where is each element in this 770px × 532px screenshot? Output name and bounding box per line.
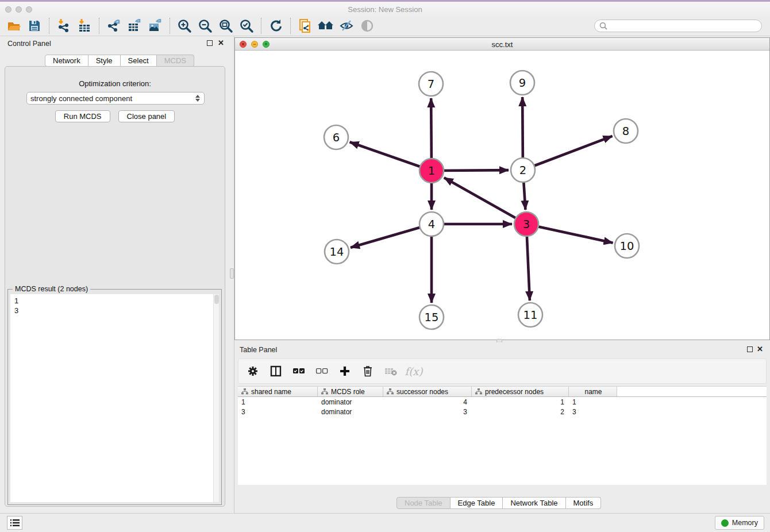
graph-node-9[interactable]: 9	[510, 71, 534, 95]
show-panel-button[interactable]	[357, 17, 378, 35]
splitter-grip[interactable]	[230, 268, 234, 279]
graph-edge-2-8[interactable]	[523, 136, 613, 170]
table-scrollbar[interactable]	[238, 485, 767, 496]
tab-node-table[interactable]: Node Table	[396, 497, 451, 509]
save-session-button[interactable]	[24, 17, 45, 35]
select-all-columns-button[interactable]	[291, 364, 306, 379]
unchecked-boxes-icon	[315, 367, 328, 375]
table-settings-button[interactable]	[245, 364, 260, 379]
node-table[interactable]: shared name MCDS role successor nodes	[238, 386, 767, 485]
workspace: Control Panel ✕ Network Style Select MCD…	[0, 36, 770, 513]
control-panel: Control Panel ✕ Network Style Select MCD…	[0, 36, 230, 513]
mcds-result-area[interactable]: 1 3	[10, 294, 219, 502]
toolbar-separator	[170, 18, 170, 34]
add-column-button[interactable]	[337, 364, 352, 379]
float-panel-icon[interactable]	[207, 40, 213, 46]
memory-button[interactable]: Memory	[715, 516, 764, 530]
export-image-button[interactable]	[145, 17, 165, 35]
close-panel-icon[interactable]: ✕	[218, 38, 224, 47]
graph-node-1[interactable]: 1	[419, 159, 444, 183]
tab-motifs[interactable]: Motifs	[566, 497, 602, 509]
close-panel-icon[interactable]: ✕	[757, 345, 763, 353]
mcds-result-title: MCDS result (2 nodes)	[13, 285, 90, 293]
export-network-button[interactable]	[103, 17, 124, 35]
zoom-fit-icon	[218, 18, 233, 33]
clone-network-button[interactable]	[295, 17, 315, 35]
panel-splitter-vertical[interactable]	[230, 36, 234, 513]
graph-edge-1-6[interactable]	[350, 142, 432, 171]
network-view-frame: × − + scc.txt 7968124314101511	[234, 37, 770, 340]
delete-table-button[interactable]	[383, 364, 398, 379]
columns-icon	[270, 365, 282, 377]
trash-icon	[363, 365, 373, 377]
hide-panel-button[interactable]	[336, 17, 357, 35]
column-header-shared-name[interactable]: shared name	[238, 387, 318, 396]
table-row[interactable]: 1 dominator 4 1 1	[238, 397, 767, 407]
tab-style[interactable]: Style	[88, 55, 121, 67]
graph-node-6[interactable]: 6	[324, 125, 348, 149]
tab-edge-table[interactable]: Edge Table	[451, 497, 503, 509]
tab-select[interactable]: Select	[121, 55, 157, 67]
float-panel-icon[interactable]	[747, 346, 753, 352]
eye-disabled-icon	[360, 18, 375, 33]
graph-node-3[interactable]: 3	[514, 212, 538, 236]
run-mcds-button[interactable]: Run MCDS	[55, 110, 110, 122]
toolbar-separator	[49, 18, 49, 34]
zoom-in-icon	[177, 18, 192, 33]
import-table-button[interactable]	[74, 17, 95, 35]
zoom-selected-button[interactable]	[236, 17, 257, 35]
search-input[interactable]	[610, 22, 757, 30]
home-icon	[317, 18, 334, 33]
svg-text:9: 9	[519, 76, 526, 90]
graph-node-14[interactable]: 14	[325, 240, 349, 264]
column-view-button[interactable]	[268, 364, 283, 379]
import-table-icon	[77, 18, 92, 33]
tab-network-table[interactable]: Network Table	[503, 497, 565, 509]
attribute-icon	[387, 388, 394, 395]
zoom-in-button[interactable]	[174, 17, 195, 35]
close-panel-button[interactable]: Close panel	[118, 110, 175, 122]
export-table-icon	[127, 18, 142, 33]
table-row[interactable]: 3 dominator 3 2 3	[238, 407, 767, 417]
table-panel-header: Table Panel ✕	[234, 342, 770, 357]
unselect-all-columns-button[interactable]	[314, 364, 329, 379]
export-table-button[interactable]	[124, 17, 145, 35]
mcds-panel: Optimization criterion: strongly connect…	[5, 66, 225, 507]
column-header-name[interactable]: name	[569, 387, 617, 396]
svg-text:8: 8	[622, 125, 629, 138]
open-folder-icon	[6, 18, 21, 33]
column-header-successor-nodes[interactable]: successor nodes	[383, 387, 472, 396]
table-tabs: Node Table Edge Table Network Table Moti…	[396, 497, 601, 509]
apply-layout-button[interactable]	[265, 17, 286, 35]
import-network-button[interactable]	[53, 17, 74, 35]
toolbar-separator	[261, 18, 261, 34]
network-frame-titlebar[interactable]: × − + scc.txt	[235, 38, 769, 51]
task-history-button[interactable]	[7, 516, 22, 530]
result-line: 1	[14, 296, 219, 306]
graph-node-4[interactable]: 4	[419, 212, 444, 236]
zoom-out-button[interactable]	[195, 17, 215, 35]
table-toolbar: f(x)	[238, 358, 767, 384]
home-button[interactable]	[315, 17, 336, 35]
graph-edge-3-1[interactable]	[444, 178, 526, 224]
tab-network[interactable]: Network	[45, 55, 88, 67]
tab-mcds[interactable]: MCDS	[157, 55, 194, 67]
zoom-fit-button[interactable]	[215, 17, 236, 35]
table-panel: Table Panel ✕	[234, 342, 770, 512]
graph-node-2[interactable]: 2	[511, 158, 535, 182]
graph-edge-3-10[interactable]	[526, 224, 613, 243]
network-canvas[interactable]: 7968124314101511	[235, 51, 769, 340]
graph-node-15[interactable]: 15	[419, 305, 444, 329]
graph-node-7[interactable]: 7	[419, 72, 443, 96]
criterion-dropdown[interactable]: strongly connected component	[26, 92, 205, 105]
graph-node-11[interactable]: 11	[518, 303, 542, 327]
open-session-button[interactable]	[3, 17, 24, 35]
function-builder-button[interactable]: f(x)	[406, 364, 421, 379]
result-scrollbar[interactable]	[213, 294, 219, 502]
column-header-mcds-role[interactable]: MCDS role	[318, 387, 383, 396]
delete-column-button[interactable]	[360, 364, 375, 379]
svg-text:6: 6	[333, 131, 340, 144]
column-header-predecessor-nodes[interactable]: predecessor nodes	[472, 387, 569, 396]
graph-node-10[interactable]: 10	[615, 234, 639, 258]
graph-node-8[interactable]: 8	[614, 119, 638, 143]
